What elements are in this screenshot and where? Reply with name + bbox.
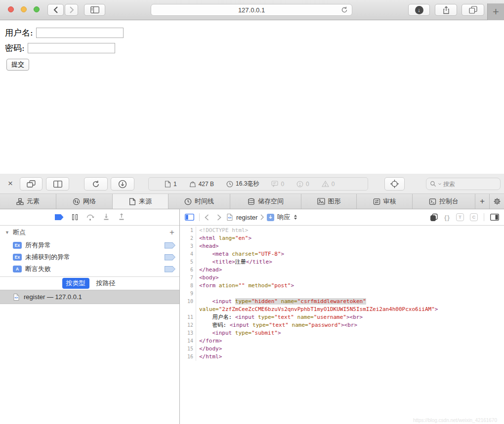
line-number[interactable]: 6 [180,266,196,274]
breakpoint-flag-icon[interactable] [165,242,175,249]
sidebar-toggle-button[interactable] [84,4,105,16]
breakpoints-toggle-icon[interactable] [55,214,64,220]
breakpoint-assertion-failures[interactable]: A 断言失败 [0,263,179,275]
show-tabs-button[interactable] [462,4,484,16]
disclosure-triangle-icon[interactable]: ▼ [5,230,9,235]
reload-button[interactable] [340,6,348,15]
breakpoint-all-exceptions[interactable]: Ex 所有异常 [0,239,179,251]
exception-badge-icon: Ex [13,242,22,249]
group-by-type-button[interactable]: 按类型 [62,278,89,289]
source-mode-button[interactable]: C [470,213,478,221]
line-number[interactable]: 15 [180,345,196,353]
line-number[interactable]: 5 [180,258,196,266]
webpage-content: 用户名: 密码: 提交 [0,20,504,174]
element-picker-button[interactable] [384,177,405,191]
forward-button[interactable] [65,4,78,16]
line-number[interactable]: 13 [180,329,196,337]
line-number[interactable]: 10 [180,298,196,306]
history-back-icon[interactable] [205,214,209,221]
back-button[interactable] [47,4,64,16]
line-number[interactable] [180,306,196,313]
code-text: <form ation="" method="post"> [196,282,294,290]
code-line: 10 <input type="hidden" name="csrfmiddle… [180,298,504,306]
dock-side-button[interactable] [46,177,69,191]
downloads-button[interactable]: ↓ [408,4,430,16]
code-text: <head> [196,242,219,250]
address-bar[interactable]: 127.0.0.1 [151,4,352,16]
inspector-settings-button[interactable] [490,194,504,209]
line-number[interactable]: 1 [180,227,196,234]
line-number[interactable]: 11 [180,313,196,321]
add-tab-button[interactable]: + [475,194,490,209]
step-over-icon[interactable] [86,213,94,221]
text-mode-button[interactable]: T [456,213,464,221]
tab-graphics[interactable]: 图形 [301,194,357,209]
right-sidebar-toggle-icon[interactable] [490,214,499,221]
step-out-icon[interactable] [118,213,125,221]
code-text: <meta charset="UTF-8"> [196,250,284,258]
group-by-path-button[interactable]: 按路径 [94,278,118,289]
console-icon [429,198,436,205]
close-inspector-button[interactable]: × [6,179,15,189]
code-text: </html> [196,353,222,361]
breakpoints-section-header[interactable]: ▼ 断点 + [0,226,179,239]
code-text: <input type="submit"> [196,329,281,337]
line-number[interactable]: 4 [180,250,196,258]
zoom-window-button[interactable] [34,6,40,12]
left-sidebar-toggle-icon[interactable] [185,214,194,221]
breakpoint-flag-icon[interactable] [165,266,175,272]
resource-row-register[interactable]: <> register — 127.0.0.1 [0,290,179,304]
line-number[interactable]: 8 [180,282,196,290]
step-into-icon[interactable] [103,213,110,221]
tab-storage[interactable]: 储存空间 [230,194,301,209]
copy-icon[interactable] [430,213,438,222]
code-line: value="2zfZmCeeZcCME6bzuVs2qnvPphbT1myO1… [180,306,504,313]
code-line: 14</form> [180,337,504,345]
breakpoint-uncaught-exceptions[interactable]: Ex 未捕获到的异常 [0,251,179,263]
assertion-badge-icon: A [13,266,22,272]
save-resource-button[interactable] [111,177,134,191]
share-button[interactable] [435,4,457,16]
tab-elements[interactable]: 元素 [0,194,56,209]
line-number[interactable]: 7 [180,274,196,282]
breadcrumb-resource[interactable]: register [236,214,257,221]
inspector-reload-button[interactable] [84,177,108,191]
inspector-search-field[interactable] [426,178,501,190]
minimize-window-button[interactable] [21,6,27,12]
line-number[interactable]: 16 [180,353,196,361]
debugger-controls [0,209,179,226]
tab-sources[interactable]: 来源 [113,194,168,209]
line-number[interactable]: 14 [180,337,196,345]
add-breakpoint-button[interactable]: + [169,228,174,237]
line-number[interactable]: 3 [180,242,196,250]
breakpoint-flag-icon[interactable] [165,254,175,261]
exception-badge-icon: Ex [13,254,22,261]
tab-audit[interactable]: 审核 [357,194,413,209]
breadcrumb-view[interactable]: 响应 [277,213,290,222]
undock-button[interactable] [20,177,42,191]
new-tab-button[interactable]: + [487,3,504,20]
view-selector-stepper-icon[interactable] [294,215,297,220]
tab-timelines[interactable]: 时间线 [168,194,230,209]
safari-window: 127.0.0.1 ↓ + 用 [0,0,504,424]
code-line: 4 <meta charset="UTF-8"> [180,250,504,258]
password-input[interactable] [28,43,115,53]
search-input[interactable] [443,181,488,188]
tabs-overview-icon [469,6,477,14]
pretty-print-button[interactable]: {} [444,214,450,221]
tab-network[interactable]: 网络 [56,194,113,209]
close-window-button[interactable] [8,6,14,12]
tab-console[interactable]: 控制台 [413,194,475,209]
pause-icon[interactable] [72,214,78,220]
history-forward-icon[interactable] [217,214,221,221]
breakpoints-title: 断点 [13,228,169,237]
username-input[interactable] [36,28,124,38]
line-number[interactable]: 9 [180,290,196,298]
timelines-clock-icon [184,198,192,205]
stat-time: 16.3毫秒 [226,180,259,188]
line-number[interactable]: 2 [180,234,196,242]
warning-triangle-icon [322,181,329,187]
code-text: <input type="hidden" name="csrfmiddlewar… [196,298,366,306]
submit-button[interactable]: 提交 [6,59,29,71]
line-number[interactable]: 12 [180,321,196,329]
